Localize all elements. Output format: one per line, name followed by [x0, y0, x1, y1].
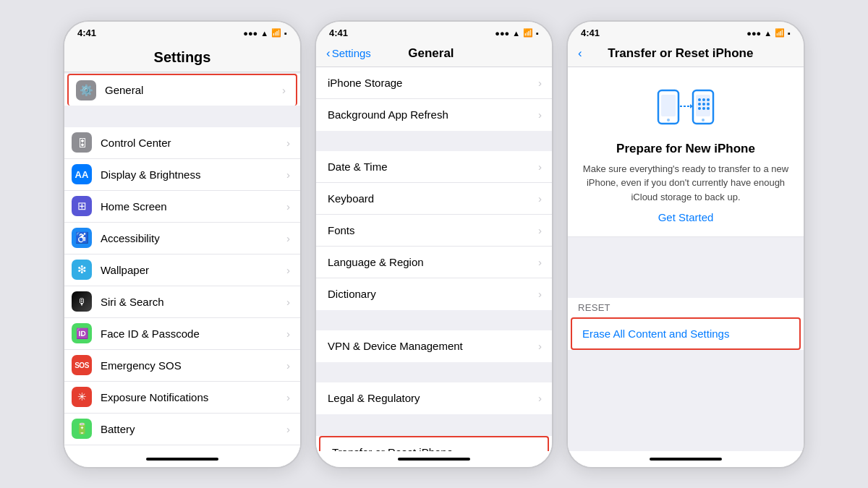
group-datetime: Date & Time › Keyboard › Fonts › Languag… — [316, 151, 552, 310]
phones-container: 4:41 ●●● ▲ 📶 ▪ Settings ⚙️ General › — [63, 20, 805, 468]
wifi-symbol-1: 📶 — [271, 28, 281, 38]
chevron-display: › — [286, 168, 290, 181]
wifi-icon-1: ▲ — [260, 29, 268, 38]
icon-emergency-sos: SOS — [72, 355, 92, 375]
row-legal[interactable]: Legal & Regulatory › — [316, 382, 552, 414]
settings-row-wallpaper[interactable]: ❇ Wallpaper › — [64, 254, 300, 286]
gap-g3 — [316, 362, 552, 382]
icon-control-center: 🎛 — [72, 132, 92, 153]
chevron-battery: › — [286, 423, 290, 435]
settings-row-home-screen[interactable]: ⊞ Home Screen › — [64, 191, 300, 223]
transfer-icon-wrap — [657, 85, 715, 134]
row-transfer-reset[interactable]: Transfer or Reset iPhone › — [319, 436, 549, 451]
icon-display: AA — [72, 164, 92, 184]
group-transfer: Transfer or Reset iPhone › — [316, 436, 552, 451]
svg-point-8 — [698, 103, 701, 106]
icon-siri: 🎙 — [72, 291, 92, 312]
gap-g1 — [316, 131, 552, 151]
chevron-language-region: › — [538, 256, 542, 268]
battery-icon-1: ▪ — [284, 29, 287, 38]
chevron-wallpaper: › — [286, 264, 290, 276]
group-legal: Legal & Regulatory › — [316, 382, 552, 414]
status-bar-3: 4:41 ●●● ▲ 📶 ▪ — [568, 22, 804, 42]
icon-accessibility: ♿ — [72, 228, 92, 248]
time-2: 4:41 — [329, 27, 348, 38]
settings-row-battery[interactable]: 🔋 Battery › — [64, 414, 300, 445]
home-bar-2 — [398, 458, 470, 461]
wifi-icon-2: ▲ — [512, 29, 520, 38]
label-keyboard: Keyboard — [328, 192, 538, 205]
chevron-home-screen: › — [286, 200, 290, 213]
group-general: ⚙️ General › — [64, 74, 300, 106]
label-emergency-sos: Emergency SOS — [101, 359, 284, 372]
back-button-2[interactable]: ‹ Settings — [326, 46, 371, 61]
settings-row-exposure[interactable]: ✳ Exposure Notifications › — [64, 382, 300, 414]
svg-point-5 — [698, 98, 701, 101]
settings-row-display[interactable]: AA Display & Brightness › — [64, 159, 300, 191]
icon-home-screen: ⊞ — [72, 196, 92, 216]
wifi-icon-3: ▲ — [764, 29, 772, 38]
phone-transfer-reset: 4:41 ●●● ▲ 📶 ▪ ‹ Transfer or Reset iPhon… — [566, 20, 805, 468]
row-background-app[interactable]: Background App Refresh › — [316, 99, 552, 131]
settings-row-faceid[interactable]: 🆔 Face ID & Passcode › — [64, 318, 300, 350]
icon-faceid: 🆔 — [72, 323, 92, 343]
settings-nav-title: Settings — [75, 49, 290, 66]
nav-title-3: Transfer or Reset iPhone — [582, 46, 779, 61]
label-legal: Legal & Regulatory — [328, 392, 538, 404]
signal-icon-3: ●●● — [746, 29, 761, 38]
svg-point-10 — [707, 103, 710, 106]
label-control-center: Control Center — [101, 137, 284, 149]
chevron-keyboard: › — [538, 192, 542, 205]
signal-icon-2: ●●● — [495, 29, 509, 38]
settings-header-1: Settings — [64, 42, 300, 72]
status-icons-3: ●●● ▲ 📶 ▪ — [746, 28, 791, 38]
row-fonts[interactable]: Fonts › — [316, 215, 552, 247]
chevron-background-app: › — [538, 108, 542, 121]
settings-row-control-center[interactable]: 🎛 Control Center › — [64, 127, 300, 159]
general-content: iPhone Storage › Background App Refresh … — [316, 67, 552, 451]
status-icons-2: ●●● ▲ 📶 ▪ — [495, 28, 539, 38]
settings-row-siri[interactable]: 🎙 Siri & Search › — [64, 286, 300, 318]
label-display: Display & Brightness — [101, 168, 284, 181]
row-language-region[interactable]: Language & Region › — [316, 247, 552, 278]
label-faceid: Face ID & Passcode — [101, 328, 284, 340]
nav-title-2: General — [371, 46, 491, 61]
svg-point-7 — [707, 98, 710, 101]
chevron-fonts: › — [538, 224, 542, 236]
svg-rect-1 — [661, 95, 676, 116]
row-dictionary[interactable]: Dictionary › — [316, 278, 552, 310]
icon-general: ⚙️ — [76, 80, 96, 100]
settings-row-accessibility[interactable]: ♿ Accessibility › — [64, 223, 300, 254]
settings-row-privacy[interactable]: ✋ Privacy › — [64, 445, 300, 451]
row-iphone-storage[interactable]: iPhone Storage › — [316, 67, 552, 99]
label-vpn: VPN & Device Management — [328, 340, 538, 352]
battery-icon-3: ▪ — [788, 29, 791, 38]
svg-point-6 — [702, 98, 705, 101]
settings-row-general[interactable]: ⚙️ General › — [67, 74, 297, 106]
svg-point-2 — [667, 119, 670, 121]
home-indicator-1 — [64, 451, 300, 467]
chevron-vpn: › — [538, 340, 542, 352]
row-erase-all[interactable]: Erase All Content and Settings — [571, 317, 801, 350]
label-date-time: Date & Time — [328, 160, 538, 173]
transfer-hero-title: Prepare for New iPhone — [616, 142, 755, 156]
label-wallpaper: Wallpaper — [101, 264, 284, 276]
icon-battery: 🔋 — [72, 419, 92, 439]
nav-bar-3: ‹ Transfer or Reset iPhone — [568, 42, 804, 67]
back-chevron-2: ‹ — [326, 46, 331, 61]
transfer-hero: Prepare for New iPhone Make sure everyth… — [568, 67, 804, 238]
svg-point-14 — [702, 119, 705, 121]
settings-row-emergency-sos[interactable]: SOS Emergency SOS › — [64, 350, 300, 382]
nav-bar-2: ‹ Settings General — [316, 42, 552, 67]
wifi-symbol-2: 📶 — [523, 28, 533, 38]
icon-exposure: ✳ — [72, 387, 92, 407]
phone-settings: 4:41 ●●● ▲ 📶 ▪ Settings ⚙️ General › — [63, 20, 302, 468]
svg-point-12 — [702, 107, 705, 110]
time-1: 4:41 — [77, 27, 96, 38]
get-started-link[interactable]: Get Started — [658, 211, 714, 223]
chevron-date-time: › — [538, 160, 542, 173]
svg-point-9 — [702, 103, 705, 106]
row-date-time[interactable]: Date & Time › — [316, 151, 552, 183]
row-keyboard[interactable]: Keyboard › — [316, 183, 552, 215]
row-vpn[interactable]: VPN & Device Management › — [316, 330, 552, 362]
